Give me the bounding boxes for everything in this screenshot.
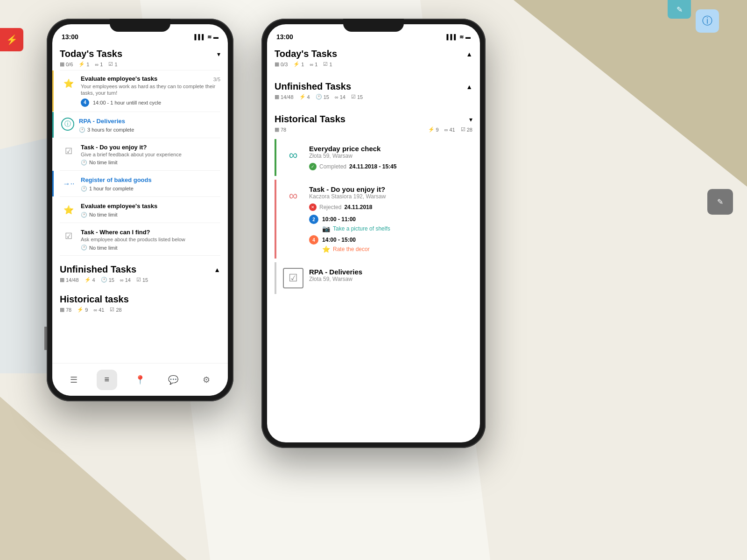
card-task-enjoy[interactable]: ∞ Task - Do you enjoy it? Kaczora Stasio… bbox=[275, 180, 472, 259]
clock-icon-where: 🕐 bbox=[81, 245, 87, 251]
grid-icon-today-right: ▦ bbox=[275, 61, 279, 67]
hist-meta-loop-right: ∞ 41 bbox=[444, 127, 455, 133]
task-rpa-icon: ⓘ bbox=[61, 118, 74, 131]
phones-wrapper: 13:00 ▌▌▌ ≋ ▬ Today's Tasks ▾ ▦ 0/6 bbox=[47, 19, 486, 448]
task-register-time: 🕐 1 hour for complete bbox=[81, 186, 220, 192]
clock-icon-unfinished-right: 🕐 bbox=[316, 94, 322, 100]
historical-tasks-header-right[interactable]: Historical Tasks ▾ bbox=[267, 110, 480, 126]
grid-icon-hist: ▦ bbox=[60, 307, 64, 313]
task-evaluate1-badge: 4 bbox=[81, 98, 89, 107]
card-everyday-status-date: 24.11.2018 - 15:45 bbox=[349, 163, 396, 170]
card-rpa-title: RPA - Deliveries bbox=[309, 268, 466, 276]
card-enjoy-subtitle: Kaczora Stasiora 192, Warsaw bbox=[309, 193, 466, 200]
nav-menu[interactable]: ☰ bbox=[63, 370, 84, 390]
unfinished-meta-clock-right: 🕐 15 bbox=[316, 94, 329, 100]
task-enjoy-desc: Give a brief feedback about your experie… bbox=[81, 151, 220, 158]
chat-icon: 💬 bbox=[168, 375, 178, 385]
historical-tasks-header-left[interactable]: Historical tasks bbox=[52, 290, 228, 307]
floating-gray-button-right[interactable]: ✎ bbox=[707, 189, 733, 215]
nav-chat[interactable]: 💬 bbox=[163, 370, 183, 390]
historical-tasks-arrow-right[interactable]: ▾ bbox=[469, 116, 472, 123]
task-rpa-time-label: 3 hours for complete bbox=[87, 127, 134, 133]
today-meta-grid-right: ▦ 0/3 bbox=[275, 61, 288, 67]
unfinished-tasks-header-right[interactable]: Unfinished Tasks ▲ bbox=[267, 77, 480, 94]
task-register-title: Register of baked goods bbox=[81, 176, 152, 183]
today-tasks-title-left: Today's Tasks bbox=[60, 49, 122, 59]
card-everyday-price[interactable]: ∞ Everyday price check Złota 59, Warsaw … bbox=[275, 139, 472, 176]
unfinished-meta-grid: ▦ 14/48 bbox=[60, 277, 79, 283]
card-enjoy-action1: 2 10:00 - 11:00 📷 Take a picture of shel… bbox=[309, 215, 466, 232]
phone-right-screen: 13:00 ▌▌▌ ≋ ▬ Today's Tasks ▲ ▦ 0/3 bbox=[267, 24, 480, 442]
rejected-dot: ✕ bbox=[309, 203, 317, 211]
task-enjoy[interactable]: ☑ Task - Do you enjoy it? Give a brief f… bbox=[52, 138, 228, 170]
menu-icon: ☰ bbox=[70, 375, 78, 385]
phone-left-content[interactable]: Today's Tasks ▾ ▦ 0/6 ⚡ 1 ∞ 1 bbox=[52, 45, 228, 396]
phone-right-notch bbox=[343, 19, 404, 32]
flash-icon-today-right: ⚡ bbox=[293, 61, 300, 67]
task-evaluate1[interactable]: ⭐ Evaluate employee's tasks 3/5 Your emp… bbox=[52, 70, 228, 112]
card-rpa-subtitle: Złota 59, Warsaw bbox=[309, 276, 466, 282]
floating-edit-button-top[interactable]: ✎ bbox=[668, 0, 691, 19]
historical-tasks-meta-right: ▦ 78 ⚡ 9 ∞ 41 ☑ 28 bbox=[267, 126, 480, 135]
task-rpa[interactable]: ⓘ RPA - Deliveries 🕐 3 hours for complet… bbox=[52, 112, 228, 138]
task-where[interactable]: ☑ Task - Where can I find? Ask employee … bbox=[52, 223, 228, 255]
nav-list[interactable]: ≡ bbox=[97, 370, 117, 390]
phone-right-content[interactable]: Today's Tasks ▲ ▦ 0/3 ⚡ 1 ∞ 1 bbox=[267, 45, 480, 442]
action1-label[interactable]: Take a picture of shelfs bbox=[333, 225, 390, 232]
task-where-time-label: No time limit bbox=[89, 245, 118, 251]
location-icon: 📍 bbox=[135, 375, 145, 385]
task-register[interactable]: →·· Register of baked goods 🕐 1 hour for… bbox=[52, 171, 228, 196]
check-icon-hist: ☑ bbox=[110, 307, 114, 313]
nav-settings[interactable]: ⚙ bbox=[196, 370, 217, 390]
today-tasks-header-right[interactable]: Today's Tasks ▲ bbox=[267, 45, 480, 61]
task-evaluate1-desc: Your employees work as hard as they can … bbox=[81, 83, 220, 97]
task-evaluate2-body: Evaluate employee's tasks 🕐 No time limi… bbox=[81, 202, 220, 218]
clock-icon-rpa: 🕐 bbox=[79, 127, 85, 133]
loop-icon-unfinished: ∞ bbox=[120, 277, 124, 283]
card-enjoy-icon: ∞ bbox=[283, 185, 303, 206]
phone-right-status-icons: ▌▌▌ ≋ ▬ bbox=[447, 34, 471, 40]
task-evaluate2[interactable]: ⭐ Evaluate employee's tasks 🕐 No time li… bbox=[52, 197, 228, 223]
phone-left-time: 13:00 bbox=[62, 33, 78, 41]
wifi-icon: ≋ bbox=[207, 34, 211, 40]
today-tasks-header-left[interactable]: Today's Tasks ▾ bbox=[52, 45, 228, 61]
task-where-time: 🕐 No time limit bbox=[81, 245, 220, 251]
meta-grid-left: ▦ 0/6 bbox=[60, 61, 73, 67]
nav-map[interactable]: 📍 bbox=[130, 370, 150, 390]
card-rpa-deliveries[interactable]: ☑ RPA - Deliveries Złota 59, Warsaw bbox=[275, 262, 472, 294]
clock-icon-enjoy: 🕐 bbox=[81, 160, 87, 166]
today-meta-check-right: ☑ 1 bbox=[323, 61, 332, 67]
floating-info-button[interactable]: ⓘ bbox=[696, 9, 719, 33]
unfinished-tasks-arrow-right[interactable]: ▲ bbox=[466, 83, 472, 91]
unfinished-meta-flash: ⚡ 4 bbox=[85, 277, 95, 283]
divider-7 bbox=[60, 255, 220, 256]
loop-icon-unfinished-right: ∞ bbox=[335, 94, 338, 100]
today-meta-flash-right: ⚡ 1 bbox=[293, 61, 304, 67]
edit-icon-right: ✎ bbox=[717, 197, 723, 206]
lightning-icon: ⚡ bbox=[6, 34, 18, 45]
grid-icon-left: ▦ bbox=[60, 61, 64, 67]
signal-icon: ▌▌▌ bbox=[195, 34, 205, 40]
historical-meta-loop: ∞ 41 bbox=[93, 307, 104, 313]
hist-meta-check-right: ☑ 28 bbox=[461, 126, 472, 133]
action2-label[interactable]: Rate the decor bbox=[333, 246, 370, 252]
card-rpa-icon: ☑ bbox=[283, 268, 303, 288]
unfinished-tasks-arrow-left[interactable]: ▲ bbox=[214, 266, 220, 273]
unfinished-meta-grid-right: ▦ 14/48 bbox=[275, 94, 294, 100]
floating-red-button[interactable]: ⚡ bbox=[0, 28, 23, 51]
task-rpa-title: RPA - Deliveries bbox=[79, 118, 125, 125]
card-everyday-body: Everyday price check Złota 59, Warsaw ✓ … bbox=[309, 145, 466, 170]
task-enjoy-time-label: No time limit bbox=[89, 160, 118, 165]
card-everyday-icon: ∞ bbox=[283, 145, 303, 165]
card-enjoy-status-date: 24.11.2018 bbox=[344, 204, 372, 210]
unfinished-tasks-header-left[interactable]: Unfinished Tasks ▲ bbox=[52, 260, 228, 277]
unfinished-meta-flash-right: ⚡ 4 bbox=[299, 94, 310, 100]
unfinished-meta-check: ☑ 15 bbox=[136, 277, 148, 283]
unfinished-meta-check-right: ☑ 15 bbox=[351, 94, 363, 100]
action2-time: 14:00 - 15:00 bbox=[322, 237, 356, 243]
completed-dot: ✓ bbox=[309, 163, 317, 170]
today-tasks-arrow-right[interactable]: ▲ bbox=[466, 50, 472, 58]
phone-left: 13:00 ▌▌▌ ≋ ▬ Today's Tasks ▾ ▦ 0/6 bbox=[47, 19, 233, 401]
historical-tasks-title-right: Historical Tasks bbox=[275, 114, 345, 125]
today-tasks-arrow-left[interactable]: ▾ bbox=[217, 50, 220, 58]
